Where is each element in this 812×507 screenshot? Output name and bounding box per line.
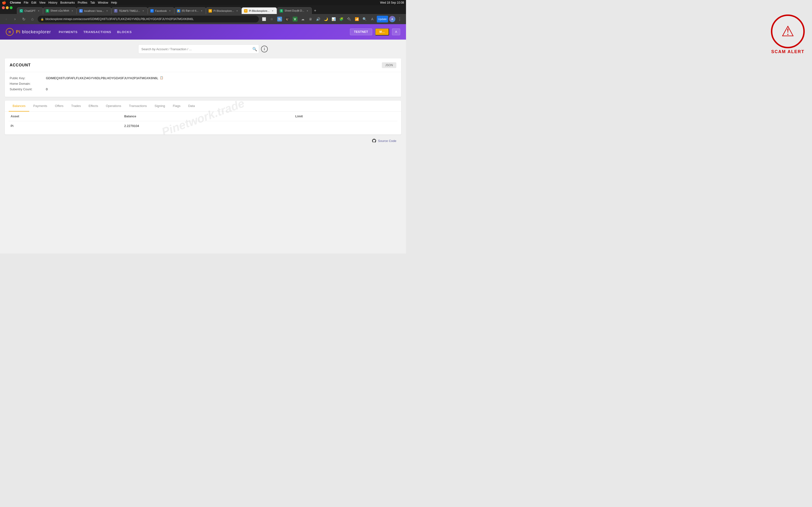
tab-sheet-minh[interactable]: S Sheet của Minh × — [43, 7, 77, 14]
wifi-icon[interactable]: 📶 — [354, 16, 360, 22]
puzzle-icon[interactable]: 🔌 — [346, 16, 353, 22]
tab-sheet-duyet[interactable]: S Sheet Duyệt D... × — [277, 7, 312, 14]
nav-blocks[interactable]: BLOCKS — [117, 29, 132, 35]
tab-pi-1[interactable]: π Pi Blockexplore... × — [206, 7, 242, 14]
extensions-button[interactable]: 🧩 — [338, 16, 345, 22]
tab-transactions[interactable]: Transactions — [125, 101, 151, 112]
copy-icon[interactable]: 📋 — [160, 76, 164, 80]
tab-payments[interactable]: Payments — [29, 101, 51, 112]
tab-trades[interactable]: Trades — [67, 101, 85, 112]
tab-close-chatgpt[interactable]: × — [37, 9, 40, 12]
home-button[interactable]: ⌂ — [29, 16, 36, 22]
new-tab-button[interactable]: + — [312, 7, 318, 14]
search-icon[interactable]: 🔍 — [361, 16, 368, 22]
tab-localhost[interactable]: L localhost / loca... × — [77, 7, 111, 14]
lock-icon: 🔒 — [41, 18, 44, 21]
menu-view[interactable]: View — [39, 1, 45, 4]
tab-effects[interactable]: Effects — [85, 101, 102, 112]
json-button[interactable]: JSON — [382, 62, 396, 68]
nav-payments[interactable]: PAYMENTS — [59, 29, 78, 35]
tab-close-sheet-minh[interactable]: × — [70, 9, 74, 12]
menu-window[interactable]: Window — [98, 1, 108, 4]
cast-icon[interactable]: ⬜ — [261, 16, 267, 22]
menu-file[interactable]: File — [24, 1, 28, 4]
tab-close-pi-1[interactable]: × — [236, 9, 239, 12]
mainnet-button[interactable]: M... — [375, 28, 389, 36]
back-button[interactable]: ‹ — [3, 16, 10, 22]
tab-close-localhost[interactable]: × — [105, 9, 109, 12]
menu-profiles[interactable]: Profiles — [78, 1, 88, 4]
menu-bookmarks[interactable]: Bookmarks — [60, 1, 75, 4]
app-name[interactable]: Chrome — [10, 1, 21, 4]
tab-close-facebook[interactable]: × — [168, 9, 171, 12]
tab-operations[interactable]: Operations — [102, 101, 125, 112]
tab-close-pi-2[interactable]: × — [271, 9, 274, 12]
tab-favicon-pi-2: π — [244, 9, 248, 12]
window-maximize[interactable] — [10, 6, 12, 9]
search-input[interactable] — [138, 44, 259, 54]
tab-balances[interactable]: Balances — [9, 101, 29, 112]
extension-icon-1[interactable]: 🐘 — [276, 16, 283, 22]
nav-transactions[interactable]: TRANSACTIONS — [83, 29, 111, 35]
tab-favicon-teams: T — [114, 9, 117, 12]
search-bar-area: 🔍 i — [5, 44, 401, 54]
tab-flags[interactable]: Flags — [169, 101, 185, 112]
site-header-right: TESTNET M... A — [350, 28, 400, 36]
address-bar[interactable]: 🔒 blockexplorer.minepi.com/account/GDIME… — [38, 16, 259, 22]
tab-close-teams[interactable]: × — [142, 9, 145, 12]
tab-favicon-localhost: L — [79, 9, 83, 12]
subentry-count-label: Subentry Count: — [10, 88, 46, 91]
subentry-count-value: 0 — [46, 88, 48, 91]
testnet-button[interactable]: TESTNET — [350, 29, 372, 35]
tab-favicon-facebook: f — [150, 9, 154, 12]
extension-icon-v[interactable]: V — [292, 16, 298, 22]
public-key-label: Public Key: — [10, 76, 46, 80]
site-logo-text: Pi blockexplorer — [16, 30, 51, 35]
forward-button[interactable]: › — [12, 16, 18, 22]
menu-button[interactable]: ⋮ — [396, 16, 403, 22]
info-icon[interactable]: i — [261, 46, 268, 52]
tab-offers[interactable]: Offers — [51, 101, 67, 112]
window-close[interactable] — [2, 6, 5, 9]
menu-edit[interactable]: Edit — [32, 1, 37, 4]
tab-close-sheet-duyet[interactable]: × — [306, 9, 309, 12]
update-btn[interactable]: Update — [377, 16, 388, 22]
profile-avatar[interactable]: A — [389, 16, 395, 22]
address-text: blockexplorer.minepi.com/account/GDIMEQX… — [45, 17, 256, 21]
source-code-link[interactable]: Source Code — [372, 138, 396, 143]
balances-table: Asset Balance Limit Pi 2.2279104 — [9, 112, 397, 131]
reload-button[interactable]: ↻ — [20, 16, 27, 22]
extension-icon-cloud[interactable]: ☁ — [299, 16, 306, 22]
tab-facebook[interactable]: f Facebook × — [148, 7, 174, 14]
tab-signing[interactable]: Signing — [151, 101, 169, 112]
col-limit: Limit — [293, 112, 397, 121]
tab-pi-2[interactable]: π Pi Blockexplore... × — [242, 7, 277, 14]
mac-menubar: 🍎 Chrome File Edit View History Bookmark… — [0, 0, 406, 5]
browser-chrome: C ChatGPT × S Sheet của Minh × L localho… — [0, 5, 406, 24]
tabs-nav: Balances Payments Offers Trades Effects … — [5, 101, 401, 112]
table-container: Asset Balance Limit Pi 2.2279104 — [5, 112, 401, 134]
tab-teams[interactable]: T TEAM'S TIMELI... × — [111, 7, 147, 14]
apple-menu[interactable]: 🍎 — [2, 1, 6, 5]
translate-icon[interactable]: A — [369, 16, 376, 22]
extension-icon-screen[interactable]: 🖥 — [307, 16, 314, 22]
bookmark-icon[interactable]: ☆ — [268, 16, 275, 22]
extension-icon-2[interactable]: 🦅 — [284, 16, 291, 22]
menu-help[interactable]: Help — [111, 1, 117, 4]
extension-icon-extra[interactable]: 📊 — [331, 16, 337, 22]
extension-icon-sound[interactable]: 🔊 — [315, 16, 322, 22]
limit-cell — [293, 121, 397, 131]
tab-close-ban-co[interactable]: × — [200, 9, 203, 12]
tab-ban-co[interactable]: 🔔 (6) Bạn có ti... × — [174, 7, 206, 14]
menu-history[interactable]: History — [48, 1, 57, 4]
menu-tab[interactable]: Tab — [90, 1, 95, 4]
tab-chatgpt[interactable]: C ChatGPT × — [17, 7, 43, 14]
tab-favicon-sheet-minh: S — [46, 9, 49, 12]
address-bar-row: ‹ › ↻ ⌂ 🔒 blockexplorer.minepi.com/accou… — [0, 14, 406, 24]
tab-data[interactable]: Data — [185, 101, 199, 112]
window-controls — [2, 6, 12, 9]
extension-icon-moon[interactable]: 🌙 — [323, 16, 329, 22]
window-minimize[interactable] — [6, 6, 9, 9]
search-submit-icon[interactable]: 🔍 — [252, 47, 257, 51]
language-button[interactable]: A — [392, 29, 400, 35]
